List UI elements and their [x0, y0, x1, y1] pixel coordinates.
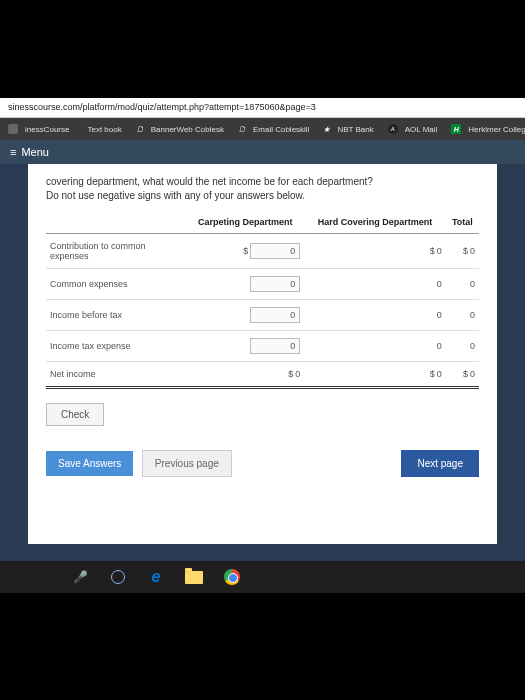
bookmark-aol[interactable]: AAOL Mail	[384, 124, 446, 134]
val-contrib-hard: 0	[437, 246, 442, 256]
page-icon: 🗋	[238, 125, 246, 134]
nav-buttons: Save Answers Previous page Next page	[46, 450, 479, 477]
edge-icon[interactable]: e	[146, 567, 166, 587]
val-net-hard: 0	[437, 369, 442, 379]
browser-window: sinesscourse.com/platform/mod/quiz/attem…	[0, 98, 525, 593]
row-label: Income tax expense	[46, 331, 186, 362]
question-text: covering department, what would the net …	[46, 176, 479, 187]
input-contrib-carpeting[interactable]: 0	[250, 243, 300, 259]
val-net-carpeting: 0	[295, 369, 300, 379]
next-page-button[interactable]: Next page	[401, 450, 479, 477]
input-ibt-carpeting[interactable]: 0	[250, 307, 300, 323]
aol-icon: A	[388, 124, 398, 134]
quiz-content: covering department, what would the net …	[28, 164, 497, 544]
photo-frame: sinesscourse.com/platform/mod/quiz/attem…	[0, 0, 525, 700]
val-common-hard: 0	[437, 279, 442, 289]
val-net-total: 0	[470, 369, 475, 379]
answer-table: Carpeting Department Hard Covering Depar…	[46, 211, 479, 389]
val-tax-total: 0	[470, 341, 475, 351]
table-row: Income tax expense 0 0 0	[46, 331, 479, 362]
star-icon: ★	[323, 125, 330, 134]
table-row: Contribution to common expenses $0 $0 $0	[46, 234, 479, 269]
bookmark-inesscourse[interactable]: inessCourse	[4, 124, 77, 134]
row-label: Common expenses	[46, 269, 186, 300]
bookmark-bannerweb[interactable]: 🗋BannerWeb Coblesk	[132, 125, 232, 134]
val-ibt-total: 0	[470, 310, 475, 320]
col-total: Total	[446, 211, 479, 234]
mic-icon[interactable]: 🎤	[70, 567, 90, 587]
col-carpeting: Carpeting Department	[186, 211, 304, 234]
bookmarks-bar: inessCourse Text book 🗋BannerWeb Coblesk…	[0, 118, 525, 140]
hamburger-icon: ≡	[10, 146, 15, 158]
bookmark-herkimer[interactable]: HHerkimer College - B	[447, 124, 525, 134]
col-hardcovering: Hard Covering Department	[304, 211, 445, 234]
save-answers-button[interactable]: Save Answers	[46, 451, 133, 476]
input-common-carpeting[interactable]: 0	[250, 276, 300, 292]
val-ibt-hard: 0	[437, 310, 442, 320]
menu-bar[interactable]: ≡ Menu	[0, 140, 525, 164]
site-icon	[8, 124, 18, 134]
table-row: Common expenses 0 0 0	[46, 269, 479, 300]
val-contrib-total: 0	[470, 246, 475, 256]
bookmark-nbt[interactable]: ★NBT Bank	[319, 125, 381, 134]
bookmark-email[interactable]: 🗋Email Cobleskill	[234, 125, 317, 134]
menu-label: Menu	[21, 146, 49, 158]
row-label: Net income	[46, 362, 186, 388]
table-row: Income before tax 0 0 0	[46, 300, 479, 331]
chrome-icon[interactable]	[222, 567, 242, 587]
herkimer-icon: H	[451, 124, 461, 134]
bookmark-textbook[interactable]: Text book	[79, 125, 129, 134]
row-label: Income before tax	[46, 300, 186, 331]
url-bar[interactable]: sinesscourse.com/platform/mod/quiz/attem…	[0, 98, 525, 118]
file-explorer-icon[interactable]	[184, 567, 204, 587]
instruction-text: Do not use negative signs with any of yo…	[46, 190, 479, 201]
page-background: covering department, what would the net …	[0, 164, 525, 593]
cortana-icon[interactable]	[108, 567, 128, 587]
val-tax-hard: 0	[437, 341, 442, 351]
table-row-net: Net income $0 $0 $0	[46, 362, 479, 388]
row-label: Contribution to common expenses	[46, 234, 186, 269]
previous-page-button[interactable]: Previous page	[142, 450, 232, 477]
val-common-total: 0	[470, 279, 475, 289]
page-icon: 🗋	[136, 125, 144, 134]
input-tax-carpeting[interactable]: 0	[250, 338, 300, 354]
check-button[interactable]: Check	[46, 403, 104, 426]
windows-taskbar: 🎤 e	[0, 561, 525, 593]
